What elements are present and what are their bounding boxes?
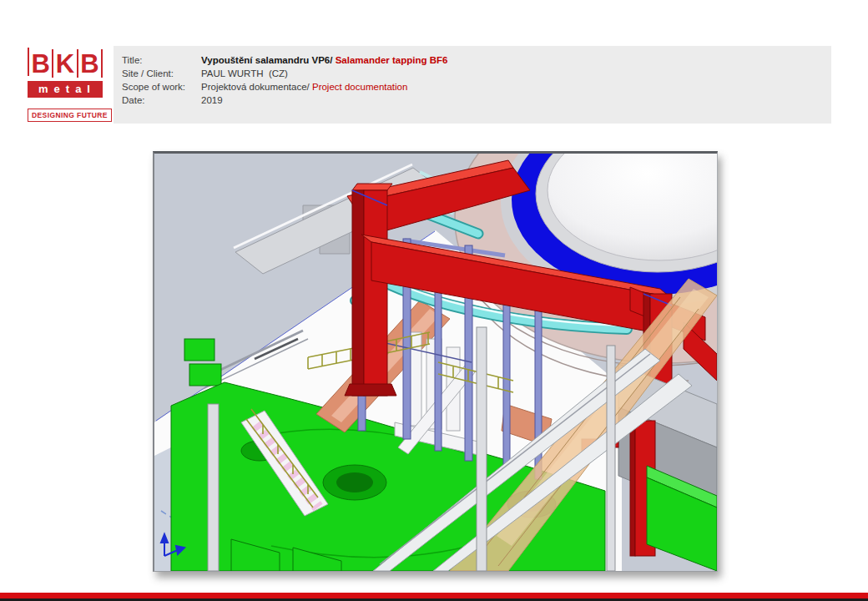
logo-bar bbox=[52, 49, 53, 78]
logo-bar bbox=[101, 49, 103, 78]
field-label: Site / Client: bbox=[122, 67, 201, 80]
field-value: 2019 bbox=[201, 93, 223, 107]
cad-render-salamander-tapping bbox=[154, 154, 717, 571]
logo-letter: K bbox=[56, 50, 74, 78]
field-row: Title:Vypouštění salamandru VP6/ Salaman… bbox=[122, 53, 831, 67]
field-value: PAUL WURTH (CZ) bbox=[201, 67, 288, 80]
post bbox=[607, 346, 615, 571]
field-value: Project documentation bbox=[310, 80, 408, 93]
field-value: Salamander tapping BF6 bbox=[332, 53, 447, 67]
slide: BKB metal DESIGNING FUTURE Title:Vypoušt… bbox=[0, 0, 868, 601]
field-label: Title: bbox=[122, 53, 201, 67]
logo-letter: B bbox=[80, 50, 98, 78]
field-row: Date:2019 bbox=[122, 93, 831, 107]
red-column bbox=[630, 421, 635, 556]
field-row: Site / Client:PAUL WURTH (CZ) bbox=[122, 67, 831, 80]
logo-bar bbox=[77, 49, 78, 78]
logo-tagline: DESIGNING FUTURE bbox=[28, 109, 112, 122]
footer-red-bar bbox=[0, 593, 868, 598]
bkb-logo: BKB metal DESIGNING FUTURE bbox=[28, 47, 103, 122]
field-label: Scope of work: bbox=[122, 80, 201, 93]
field-value: Vypouštění salamandru VP6/ bbox=[201, 53, 332, 67]
post bbox=[477, 327, 487, 571]
cad-3d-view bbox=[153, 151, 718, 572]
logo-bar bbox=[28, 48, 29, 76]
logo-letter: B bbox=[31, 50, 49, 78]
title-fields: Title:Vypouštění salamandru VP6/ Salaman… bbox=[122, 53, 831, 107]
field-label: Date: bbox=[122, 93, 201, 107]
field-value: Projektová dokumentace/ bbox=[201, 80, 310, 93]
post bbox=[208, 404, 219, 571]
title-block: Title:Vypouštění salamandru VP6/ Salaman… bbox=[114, 46, 831, 124]
logo-letters: BKB bbox=[28, 47, 103, 78]
logo-word: metal bbox=[28, 81, 103, 98]
field-row: Scope of work:Projektová dokumentace/ Pr… bbox=[122, 80, 831, 93]
